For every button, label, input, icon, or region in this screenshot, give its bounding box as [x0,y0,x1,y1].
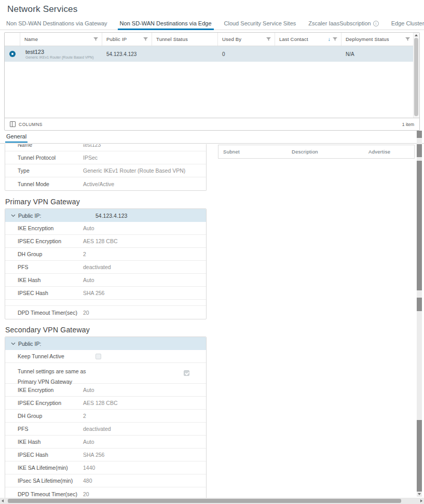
general-row: Type Generic IKEv1 Router (Route Based V… [5,164,206,177]
field-value: Auto [83,225,94,231]
field-label: IKE Encryption [5,387,83,393]
section-header-label: Public IP: [18,341,41,347]
secondary-row: IKE Encryption Auto [5,384,206,397]
primary-row: IKE Encryption Auto [5,222,206,235]
horizontal-scrollbar[interactable] [0,498,424,504]
primary-vpn-gateway-heading: Primary VPN Gateway [5,198,80,206]
field-label: IKE SA Lifetime(min) [5,465,83,471]
scroll-up-arrow-icon[interactable] [415,34,418,36]
primary-public-ip-header[interactable]: Public IP: 54.123.4.123 [5,209,206,222]
section-header-label: Public IP: [18,213,41,219]
field-value: Auto [83,439,94,445]
grid-footer: COLUMNS 1 item [5,118,419,130]
nsd-datagrid: Name Public IP Tunnel Status Used By Las… [4,32,420,131]
page-vertical-scrollbar[interactable] [417,131,422,497]
secondary-vpn-gateway-table: Public IP: Keep Tunnel Active Tunnel set… [5,337,207,501]
grid-header-tunnel-status-label: Tunnel Status [156,36,188,42]
sort-desc-icon[interactable]: ↓ [328,36,331,42]
primary-row: DH Group 2 [5,248,206,261]
filter-icon[interactable] [333,37,337,41]
tab-cloud-security-service-sites[interactable]: Cloud Security Service Sites [224,17,296,30]
tab-non-sdwan-via-gateway[interactable]: Non SD-WAN Destinations via Gateway [6,17,107,30]
secondary-row: IPSEC Encryption AES 128 CBC [5,397,206,410]
general-table: Name test123 Tunnel Protocol IPSec Type … [5,144,207,191]
field-value: AES 128 CBC [83,400,118,406]
item-count: 1 item [402,122,414,127]
filter-icon[interactable] [93,37,98,41]
same-as-primary-checkbox[interactable] [184,370,189,376]
main-tabbar: Non SD-WAN Destinations via Gateway Non … [0,17,424,30]
columns-icon [10,121,16,127]
radio-selected-icon[interactable] [9,51,16,57]
tab-non-sdwan-via-edge[interactable]: Non SD-WAN Destinations via Edge [120,17,212,30]
description-col-header: Description [292,149,368,155]
grid-header-tunnel-status[interactable]: Tunnel Status [152,33,218,46]
field-value: deactivated [83,264,111,270]
field-label: IKE Encryption [5,225,83,231]
field-value: IPSec [83,155,98,161]
secondary-vpn-gateway-heading: Secondary VPN Gateway [5,326,90,334]
tab-general[interactable]: General [6,133,26,139]
field-label: DH Group [5,413,83,419]
secondary-row: IKE Hash Auto [5,436,206,449]
row-public-ip: 54.123.4.123 [102,51,152,57]
grid-header-used-by[interactable]: Used By [218,33,275,46]
keep-tunnel-active-checkbox[interactable] [95,354,101,359]
grid-header-name[interactable]: Name [20,33,102,46]
grid-header-last-contact[interactable]: Last Contact ↓ [275,33,341,46]
secondary-public-ip-header[interactable]: Public IP: [5,337,206,350]
scrollbar-thumb[interactable] [417,144,422,157]
horizontal-scrollbar-thumb[interactable] [8,499,401,503]
filter-icon[interactable] [266,37,271,41]
field-label: IPSEC Hash [5,290,83,296]
grid-header-select [5,33,20,46]
row-name: test123 [25,49,102,55]
field-label: IPSEC Hash [5,452,83,458]
scroll-down-arrow-icon[interactable] [418,493,421,495]
filter-icon[interactable] [143,37,148,41]
field-label: PFS [5,264,83,270]
field-value: 1440 [83,465,95,471]
secondary-checkbox-row: Tunnel settings are same as Primary VPN … [5,363,206,384]
field-label: DH Group [5,251,83,257]
primary-vpn-gateway-table: Public IP: 54.123.4.123 IKE Encryption A… [5,208,207,319]
table-row[interactable]: test123 Generic IKEv1 Router (Route Base… [5,46,419,62]
empty-row [5,300,206,306]
tab-edge-clusters[interactable]: Edge Clusters [391,17,424,30]
field-label: IPSEC Encryption [5,400,83,406]
grid-header-deployment-status-label: Deployment Status [346,36,389,42]
grid-header-row: Name Public IP Tunnel Status Used By Las… [5,33,419,46]
row-subtitle: Generic IKEv1 Router (Route Based VPN) [25,55,102,59]
secondary-row: IKE SA Lifetime(min) 1440 [5,461,206,474]
tab-zscaler-iaas-subscription[interactable]: Zscaler IaasSubscription [308,17,378,30]
grid-header-public-ip-label: Public IP [106,36,127,42]
filter-icon[interactable] [405,37,410,41]
field-label: IKE Hash [5,277,83,283]
grid-header-public-ip[interactable]: Public IP [102,33,152,46]
grid-vertical-scrollbar[interactable] [413,33,419,118]
scrollbar-thumb[interactable] [417,131,422,138]
page-title: Network Services [7,4,77,15]
grid-header-deployment-status[interactable]: Deployment Status [341,33,414,46]
grid-scrollbar-thumb[interactable] [414,38,418,116]
scrollbar-thumb[interactable] [417,298,422,311]
field-value: Auto [83,277,94,283]
scrollbar-thumb[interactable] [417,161,422,290]
scroll-right-arrow-icon[interactable] [420,499,422,502]
secondary-row: IPsec SA Lifetime(min) 480 [5,474,206,487]
field-value: deactivated [83,426,111,432]
scrollbar-thumb[interactable] [417,420,422,492]
row-used-by: 0 [218,51,275,57]
field-label: IKE Hash [5,439,83,445]
field-label: IPsec SA Lifetime(min) [5,478,83,484]
field-label: Tunnel Protocol [5,155,83,161]
row-radio-cell[interactable] [5,51,20,57]
grid-header-name-label: Name [24,36,38,42]
primary-row: DPD Timeout Timer(sec) 20 [5,306,206,319]
field-value: Auto [83,387,94,393]
scroll-left-arrow-icon[interactable] [2,499,4,502]
chevron-down-icon [11,214,16,217]
columns-button[interactable]: COLUMNS [19,122,43,127]
subnet-table-header: Subnet Description Advertise [218,145,415,159]
primary-row: IPSEC Encryption AES 128 CBC [5,235,206,248]
